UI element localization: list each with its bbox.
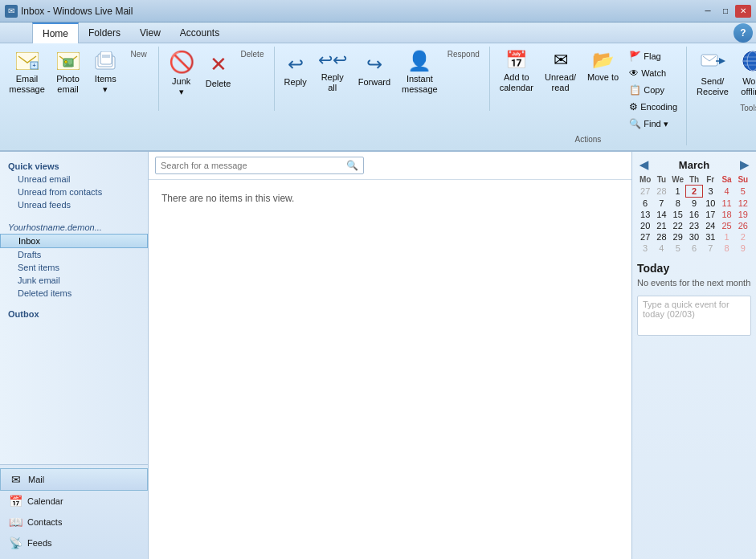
photo-email-button[interactable]: Photoemail: [51, 47, 85, 98]
find-button[interactable]: 🔍 Find ▾: [625, 116, 681, 132]
copy-button[interactable]: 📋 Copy: [625, 82, 681, 98]
calendar-day[interactable]: 19: [735, 209, 751, 220]
send-receive-label: Send/Receive: [697, 76, 729, 97]
calendar-day[interactable]: 16: [686, 209, 702, 220]
send-receive-button[interactable]: Send/Receive: [692, 47, 734, 100]
help-button[interactable]: ?: [734, 23, 753, 43]
title-bar-left: ✉ Inbox - Windows Live Mail: [5, 5, 133, 18]
calendar-day[interactable]: 27: [637, 186, 653, 198]
work-offline-button[interactable]: Workoffline: [735, 47, 756, 100]
reply-all-button[interactable]: ↩↩ Replyall: [313, 47, 352, 96]
calendar-day[interactable]: 24: [702, 220, 718, 231]
respond-group-label: Respond: [443, 48, 484, 60]
quick-event-input[interactable]: Type a quick event for today (02/03): [637, 296, 751, 336]
calendar-day[interactable]: 17: [702, 209, 718, 220]
sidebar-item-deleted-items[interactable]: Deleted items: [0, 287, 148, 300]
sidebar-item-unread-contacts[interactable]: Unread from contacts: [0, 186, 148, 198]
ribbon-group-delete: 🚫 Junk ▾ ✕ Delete Delete: [159, 47, 275, 111]
calendar-day[interactable]: 21: [653, 220, 669, 231]
today-events: No events for the next month: [637, 278, 751, 288]
menu-view[interactable]: View: [130, 22, 170, 43]
calendar-day[interactable]: 30: [686, 231, 702, 243]
quick-views-header[interactable]: Quick views: [0, 158, 148, 173]
sidebar-item-junk-email[interactable]: Junk email: [0, 274, 148, 287]
encoding-button[interactable]: ⚙ Encoding: [625, 99, 681, 115]
sidebar-item-drafts[interactable]: Drafts: [0, 248, 148, 261]
move-to-button[interactable]: 📂 Move to: [582, 47, 623, 87]
calendar-next-button[interactable]: ▶: [738, 158, 751, 171]
unread-read-button[interactable]: ✉ Unread/read: [540, 47, 581, 96]
search-icon[interactable]: 🔍: [346, 157, 358, 174]
calendar-day[interactable]: 23: [686, 220, 702, 231]
calendar-day[interactable]: 8: [718, 243, 734, 254]
calendar-day[interactable]: 8: [670, 198, 686, 210]
flag-button[interactable]: 🚩 Flag: [625, 48, 681, 64]
junk-button[interactable]: 🚫 Junk ▾: [164, 47, 199, 100]
delete-button[interactable]: ✕ Delete: [201, 47, 236, 95]
calendar-day[interactable]: 26: [735, 220, 751, 231]
calendar-day[interactable]: 9: [686, 198, 702, 210]
calendar-day[interactable]: 12: [735, 198, 751, 210]
calendar-day[interactable]: 15: [670, 209, 686, 220]
search-input[interactable]: [155, 157, 364, 174]
calendar-day[interactable]: 28: [653, 186, 669, 198]
calendar-day[interactable]: 5: [735, 186, 751, 198]
nav-contacts[interactable]: 📖 Contacts: [0, 512, 148, 532]
encoding-icon: ⚙: [629, 101, 638, 112]
calendar-day[interactable]: 3: [702, 186, 718, 198]
items-button[interactable]: Items ▾: [87, 47, 125, 98]
calendar-day[interactable]: 2: [735, 231, 751, 243]
menu-accounts[interactable]: Accounts: [170, 22, 229, 43]
today-title: Today: [637, 262, 751, 275]
nav-mail[interactable]: ✉ Mail: [0, 468, 148, 491]
calendar-day[interactable]: 22: [670, 220, 686, 231]
calendar-day[interactable]: 18: [718, 209, 734, 220]
outbox-header[interactable]: Outbox: [0, 306, 148, 320]
nav-feeds[interactable]: 📡 Feeds: [0, 532, 148, 553]
calendar-day[interactable]: 5: [670, 243, 686, 254]
watch-button[interactable]: 👁 Watch: [625, 65, 681, 81]
sidebar-item-sent-items[interactable]: Sent items: [0, 261, 148, 274]
calendar-day[interactable]: 3: [637, 243, 653, 254]
menu-home[interactable]: Home: [32, 22, 79, 43]
reply-button[interactable]: ↩ Reply: [280, 47, 312, 95]
calendar-day[interactable]: 1: [670, 186, 686, 198]
search-bar: 🔍: [149, 152, 631, 180]
instant-message-button[interactable]: 👤 Instantmessage: [397, 47, 443, 98]
nav-newsgroups[interactable]: 📰 Newsgroups: [0, 553, 148, 559]
calendar-day[interactable]: 20: [637, 220, 653, 231]
calendar-prev-button[interactable]: ◀: [637, 158, 651, 171]
maximize-button[interactable]: □: [717, 5, 734, 18]
calendar-day[interactable]: 6: [637, 198, 653, 210]
close-button[interactable]: ✕: [735, 5, 751, 18]
email-message-button[interactable]: + Emailmessage: [5, 47, 49, 98]
calendar-day[interactable]: 6: [686, 243, 702, 254]
calendar-day[interactable]: 7: [653, 198, 669, 210]
calendar-day[interactable]: 1: [718, 231, 734, 243]
sidebar-bottom-nav: ✉ Mail 📅 Calendar 📖 Contacts 📡 Feeds 📰 N…: [0, 464, 148, 559]
sidebar-item-unread-email[interactable]: Unread email: [0, 173, 148, 186]
calendar-day[interactable]: 11: [718, 198, 734, 210]
calendar-day[interactable]: 14: [653, 209, 669, 220]
calendar-day[interactable]: 9: [735, 243, 751, 254]
calendar-day[interactable]: 7: [702, 243, 718, 254]
calendar-day[interactable]: 4: [653, 243, 669, 254]
sidebar-item-unread-feeds[interactable]: Unread feeds: [0, 198, 148, 211]
calendar-day[interactable]: 27: [637, 231, 653, 243]
calendar-day[interactable]: 13: [637, 209, 653, 220]
menu-folders[interactable]: Folders: [79, 22, 130, 43]
calendar-day[interactable]: 31: [702, 231, 718, 243]
calendar-day[interactable]: 2: [686, 186, 702, 198]
day-header-th: Th: [686, 174, 702, 186]
ribbon-group-actions: 📅 Add tocalendar ✉ Unread/read 📂 Move to…: [490, 47, 687, 145]
calendar-day[interactable]: 28: [653, 231, 669, 243]
sidebar-item-inbox[interactable]: Inbox: [0, 234, 148, 248]
forward-button[interactable]: ↪ Forward: [353, 47, 395, 95]
minimize-button[interactable]: ─: [700, 5, 716, 18]
nav-calendar[interactable]: 📅 Calendar: [0, 491, 148, 512]
calendar-day[interactable]: 10: [702, 198, 718, 210]
add-to-calendar-button[interactable]: 📅 Add tocalendar: [495, 47, 538, 96]
calendar-day[interactable]: 4: [718, 186, 734, 198]
calendar-day[interactable]: 25: [718, 220, 734, 231]
calendar-day[interactable]: 29: [670, 231, 686, 243]
